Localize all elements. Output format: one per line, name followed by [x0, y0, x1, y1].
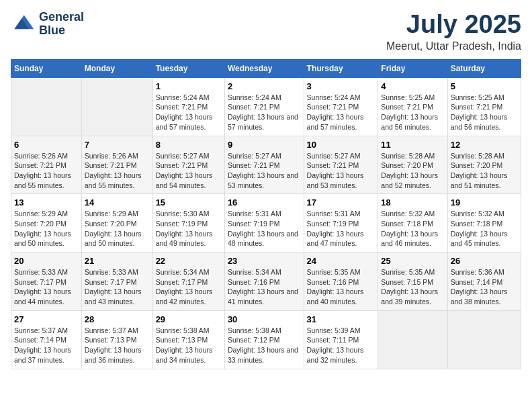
calendar-cell: 26 Sunrise: 5:36 AM Sunset: 7:14 PM Dayl… — [447, 253, 521, 311]
day-info: Sunrise: 5:24 AM Sunset: 7:21 PM Dayligh… — [307, 93, 375, 132]
day-number: 2 — [228, 81, 301, 91]
day-info: Sunrise: 5:25 AM Sunset: 7:21 PM Dayligh… — [381, 93, 444, 132]
location: Meerut, Uttar Pradesh, India — [386, 40, 521, 52]
day-info: Sunrise: 5:35 AM Sunset: 7:15 PM Dayligh… — [381, 267, 444, 307]
calendar-cell: 20 Sunrise: 5:33 AM Sunset: 7:17 PM Dayl… — [11, 253, 82, 311]
day-number: 21 — [85, 256, 150, 266]
sunset-text: Sunset: 7:20 PM — [85, 220, 137, 228]
sunset-text: Sunset: 7:17 PM — [14, 278, 66, 286]
day-number: 14 — [85, 197, 150, 208]
day-number: 18 — [381, 197, 444, 208]
logo-text: General Blue — [39, 11, 84, 38]
sunrise-text: Sunrise: 5:28 AM — [451, 152, 504, 160]
weekday-header-monday: Monday — [81, 59, 152, 77]
day-number: 5 — [451, 81, 518, 91]
sunrise-text: Sunrise: 5:33 AM — [85, 268, 138, 276]
day-info: Sunrise: 5:35 AM Sunset: 7:16 PM Dayligh… — [307, 267, 375, 307]
daylight-text: Daylight: 13 hours and 42 minutes. — [156, 287, 213, 306]
sunset-text: Sunset: 7:13 PM — [156, 336, 208, 344]
sunset-text: Sunset: 7:14 PM — [14, 336, 66, 344]
calendar-cell: 29 Sunrise: 5:38 AM Sunset: 7:13 PM Dayl… — [152, 310, 224, 369]
day-number: 15 — [156, 197, 222, 208]
sunrise-text: Sunrise: 5:33 AM — [14, 268, 68, 276]
day-number: 7 — [85, 140, 150, 150]
day-info: Sunrise: 5:25 AM Sunset: 7:21 PM Dayligh… — [451, 93, 518, 132]
day-info: Sunrise: 5:24 AM Sunset: 7:21 PM Dayligh… — [156, 93, 222, 132]
calendar-cell: 10 Sunrise: 5:27 AM Sunset: 7:21 PM Dayl… — [304, 136, 378, 194]
sunrise-text: Sunrise: 5:27 AM — [156, 152, 210, 160]
daylight-text: Daylight: 13 hours and 33 minutes. — [228, 346, 298, 364]
calendar-cell: 4 Sunrise: 5:25 AM Sunset: 7:21 PM Dayli… — [378, 77, 447, 136]
sunset-text: Sunset: 7:21 PM — [156, 103, 208, 111]
day-number: 17 — [307, 197, 375, 208]
day-info: Sunrise: 5:38 AM Sunset: 7:13 PM Dayligh… — [156, 326, 222, 365]
day-number: 26 — [451, 256, 518, 266]
daylight-text: Daylight: 13 hours and 39 minutes. — [381, 287, 438, 306]
sunset-text: Sunset: 7:21 PM — [381, 103, 433, 111]
weekday-header-sunday: Sunday — [11, 59, 82, 77]
day-info: Sunrise: 5:32 AM Sunset: 7:18 PM Dayligh… — [381, 209, 444, 248]
calendar-cell: 6 Sunrise: 5:26 AM Sunset: 7:21 PM Dayli… — [11, 136, 82, 194]
sunset-text: Sunset: 7:16 PM — [307, 278, 359, 286]
day-number: 28 — [85, 314, 150, 324]
logo-icon — [11, 12, 35, 36]
calendar-cell: 13 Sunrise: 5:29 AM Sunset: 7:20 PM Dayl… — [11, 194, 82, 253]
sunset-text: Sunset: 7:19 PM — [156, 220, 208, 228]
sunset-text: Sunset: 7:17 PM — [156, 278, 208, 286]
daylight-text: Daylight: 13 hours and 38 minutes. — [451, 287, 508, 306]
calendar-cell: 23 Sunrise: 5:34 AM Sunset: 7:16 PM Dayl… — [224, 253, 304, 311]
calendar-cell: 17 Sunrise: 5:31 AM Sunset: 7:19 PM Dayl… — [304, 194, 378, 253]
calendar-cell: 31 Sunrise: 5:39 AM Sunset: 7:11 PM Dayl… — [304, 310, 378, 369]
sunrise-text: Sunrise: 5:32 AM — [381, 210, 435, 218]
day-number: 27 — [14, 314, 79, 324]
logo: General Blue — [11, 11, 84, 38]
sunset-text: Sunset: 7:14 PM — [451, 278, 503, 286]
sunrise-text: Sunrise: 5:24 AM — [156, 93, 210, 101]
daylight-text: Daylight: 13 hours and 52 minutes. — [381, 171, 438, 189]
day-info: Sunrise: 5:30 AM Sunset: 7:19 PM Dayligh… — [156, 209, 222, 248]
day-number: 9 — [228, 140, 301, 150]
calendar-cell: 18 Sunrise: 5:32 AM Sunset: 7:18 PM Dayl… — [378, 194, 447, 253]
sunrise-text: Sunrise: 5:36 AM — [451, 268, 504, 276]
calendar-cell: 1 Sunrise: 5:24 AM Sunset: 7:21 PM Dayli… — [152, 77, 224, 136]
sunset-text: Sunset: 7:18 PM — [451, 220, 503, 228]
calendar-cell: 2 Sunrise: 5:24 AM Sunset: 7:21 PM Dayli… — [224, 77, 304, 136]
sunrise-text: Sunrise: 5:29 AM — [85, 210, 138, 218]
calendar-cell: 9 Sunrise: 5:27 AM Sunset: 7:21 PM Dayli… — [224, 136, 304, 194]
daylight-text: Daylight: 13 hours and 37 minutes. — [14, 346, 71, 364]
sunrise-text: Sunrise: 5:25 AM — [451, 93, 504, 101]
daylight-text: Daylight: 13 hours and 45 minutes. — [451, 230, 508, 248]
day-number: 10 — [307, 140, 375, 150]
weekday-header-wednesday: Wednesday — [224, 59, 304, 77]
day-number: 23 — [228, 256, 301, 266]
sunrise-text: Sunrise: 5:32 AM — [451, 210, 504, 218]
sunrise-text: Sunrise: 5:37 AM — [85, 326, 138, 334]
daylight-text: Daylight: 13 hours and 47 minutes. — [307, 230, 364, 248]
calendar-cell: 25 Sunrise: 5:35 AM Sunset: 7:15 PM Dayl… — [378, 253, 447, 311]
day-info: Sunrise: 5:33 AM Sunset: 7:17 PM Dayligh… — [85, 267, 150, 307]
day-info: Sunrise: 5:28 AM Sunset: 7:20 PM Dayligh… — [381, 151, 444, 191]
sunset-text: Sunset: 7:21 PM — [228, 161, 280, 169]
sunrise-text: Sunrise: 5:29 AM — [14, 210, 68, 218]
daylight-text: Daylight: 13 hours and 57 minutes. — [307, 113, 364, 131]
sunrise-text: Sunrise: 5:26 AM — [14, 152, 68, 160]
sunrise-text: Sunrise: 5:38 AM — [228, 326, 281, 334]
sunset-text: Sunset: 7:11 PM — [307, 336, 359, 344]
page-header: General Blue July 2025 Meerut, Uttar Pra… — [11, 11, 521, 52]
day-number: 19 — [451, 197, 518, 208]
calendar-cell: 16 Sunrise: 5:31 AM Sunset: 7:19 PM Dayl… — [224, 194, 304, 253]
day-number: 29 — [156, 314, 222, 324]
sunrise-text: Sunrise: 5:34 AM — [156, 268, 210, 276]
day-number: 6 — [14, 140, 79, 150]
day-info: Sunrise: 5:27 AM Sunset: 7:21 PM Dayligh… — [156, 151, 222, 191]
calendar-cell: 5 Sunrise: 5:25 AM Sunset: 7:21 PM Dayli… — [447, 77, 521, 136]
day-info: Sunrise: 5:28 AM Sunset: 7:20 PM Dayligh… — [451, 151, 518, 191]
day-number: 3 — [307, 81, 375, 91]
sunrise-text: Sunrise: 5:26 AM — [85, 152, 138, 160]
daylight-text: Daylight: 13 hours and 54 minutes. — [156, 171, 213, 189]
daylight-text: Daylight: 13 hours and 53 minutes. — [307, 171, 364, 189]
day-info: Sunrise: 5:39 AM Sunset: 7:11 PM Dayligh… — [307, 326, 375, 365]
weekday-header-tuesday: Tuesday — [152, 59, 224, 77]
title-block: July 2025 Meerut, Uttar Pradesh, India — [386, 11, 521, 52]
daylight-text: Daylight: 13 hours and 51 minutes. — [451, 171, 508, 189]
